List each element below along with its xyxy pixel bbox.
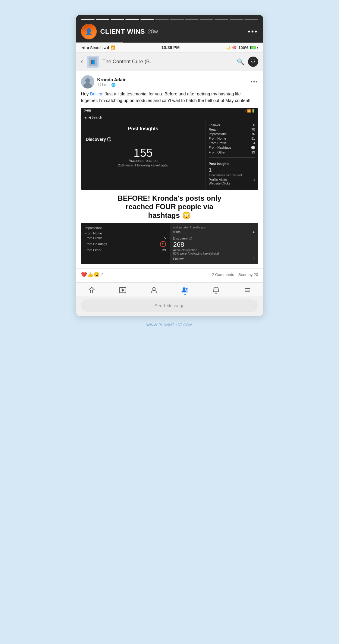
profile-visits-row: Profile Visits 1 <box>209 178 255 181</box>
from-hashtags-value: ⚪ <box>251 146 255 150</box>
outer-frame: 👤 CLIENT WINS 28w ••• ◀ ◀ Search <box>67 6 272 339</box>
nav-profile-button[interactable] <box>150 286 158 294</box>
from-other-value: 19 <box>251 150 255 154</box>
progress-bar-3 <box>111 19 124 20</box>
message-input-row: Send Message <box>76 296 263 316</box>
svg-point-7 <box>152 287 155 290</box>
story-header: 👤 CLIENT WINS 28w ••• <box>76 15 263 42</box>
comp-follows-value: 0 <box>253 257 254 261</box>
mini-status-bar: 7:55 ▪ 📶 🔋 <box>81 108 258 114</box>
seen-text: Seen by 20 <box>238 272 258 277</box>
nav-active-indicator <box>184 294 186 295</box>
story-user-row: 👤 CLIENT WINS 28w ••• <box>81 24 258 39</box>
insight-row-impressions: Impressions 76 <box>209 132 255 136</box>
comparison-screenshots: Impressions From Home From Profile 5 Fro… <box>81 223 258 264</box>
status-time: 10:36 PM <box>161 45 180 50</box>
post-text: Hey Dellea! Just a little testimonial fo… <box>81 91 258 104</box>
status-right: 🌙 🎯 100% ⚡ <box>226 45 257 50</box>
progress-bar-11 <box>230 19 243 20</box>
app-nav-bar: ‹ 📘 The Content Cure (B... 🔍 🛡 <box>76 53 263 71</box>
insights-right: Follows 0 Reach 70 Impressions 76 <box>206 121 258 190</box>
comp-hashtags-label: From Hashtags <box>85 242 107 246</box>
website-clicks-row: Website Clicks <box>209 181 255 185</box>
nav-bell-button[interactable] <box>212 286 220 294</box>
progress-bar-2 <box>96 19 109 20</box>
comp-reached-label: Accounts reached <box>173 249 255 252</box>
following-text: 25% weren't following karveldigital <box>86 163 201 167</box>
progress-bar-6 <box>155 19 169 20</box>
reactions-row: ❤️ 👍 😮 7 2 Comments Seen by 20 <box>81 272 258 277</box>
from-hashtags-label: From Hashtags <box>209 146 231 149</box>
progress-bar-8 <box>185 19 199 20</box>
comp-row-hashtags: From Hashtags 4 <box>85 240 166 248</box>
story-menu-button[interactable]: ••• <box>248 27 258 36</box>
post-container: Kronda Adair 11 hrs · 🌐 ••• Hey Dellea! … <box>76 71 263 268</box>
progress-bar-9 <box>200 19 213 20</box>
accounts-reached-text: Accounts reached <box>86 159 201 163</box>
story-username-block: CLIENT WINS 28w <box>100 28 158 36</box>
post-avatar-image <box>81 75 94 88</box>
follows-label: Follows <box>209 123 220 127</box>
nav-back-button[interactable]: ‹ <box>81 58 83 66</box>
svg-marker-6 <box>122 289 124 292</box>
svg-text:📘: 📘 <box>90 60 96 65</box>
mini-search-label: ◀ Search <box>88 116 102 119</box>
story-username: CLIENT WINS <box>100 28 145 36</box>
from-profile-value: 4 <box>253 141 255 145</box>
phone-card: 👤 CLIENT WINS 28w ••• ◀ ◀ Search <box>76 15 263 316</box>
before-after-section: BEFORE! Kronda's posts only reached FOUR… <box>81 190 258 264</box>
insight-row-reach: Reach 70 <box>209 128 255 131</box>
follows-value: 0 <box>253 123 255 127</box>
status-left: ◀ ◀ Search 📶 <box>82 45 115 50</box>
actions-number: 1 <box>209 167 255 173</box>
search-label[interactable]: ◀ Search <box>86 45 103 50</box>
reach-value: 70 <box>251 128 255 131</box>
mini-search-nav: ◀ ◀ Search <box>81 114 258 121</box>
story-time: 28w <box>148 29 158 35</box>
comp-visits-row: visits 4 <box>173 230 255 234</box>
post-avatar[interactable] <box>81 75 94 88</box>
post-author-left: Kronda Adair 11 hrs · 🌐 <box>81 75 126 88</box>
shield-icon[interactable]: 🛡 <box>248 57 258 67</box>
nav-home-button[interactable] <box>88 286 96 294</box>
svg-point-8 <box>183 288 185 290</box>
comments-text[interactable]: 2 Comments <box>212 272 234 277</box>
impressions-value: 76 <box>251 132 255 136</box>
post-options-button[interactable]: ••• <box>251 79 258 85</box>
progress-bar-7 <box>170 19 184 20</box>
avatar-image: 👤 <box>82 24 96 39</box>
comp-following-text: 80% weren't following karveldigital <box>173 252 255 255</box>
impressions-label: Impressions <box>209 132 227 136</box>
comp-other-value: 39 <box>162 248 166 252</box>
comp-row-profile: From Profile 5 <box>85 236 166 240</box>
accounts-number: 155 <box>86 147 201 159</box>
back-arrow-icon: ◀ <box>82 45 84 50</box>
insight-row-follows: Follows 0 <box>209 123 255 127</box>
comp-profile-label: From Profile <box>85 236 103 240</box>
comp-visits-label: visits <box>173 230 180 234</box>
insight-row-profile: From Profile 4 <box>209 141 255 145</box>
search-icon[interactable]: 🔍 <box>237 58 244 65</box>
progress-bar-5 <box>140 19 154 20</box>
comp-profile-value: 5 <box>164 236 166 240</box>
from-other-label: From Other <box>209 150 226 154</box>
phone-content: ◀ ◀ Search 📶 10:36 PM 🌙 🎯 100% <box>76 43 263 316</box>
progress-bar-4 <box>125 19 139 20</box>
post-footer: ❤️ 👍 😮 7 2 Comments Seen by 20 <box>76 268 263 282</box>
mini-insights-title: Post Insights <box>209 162 255 166</box>
insight-row-home: From Home 51 <box>209 137 255 140</box>
post-author-name[interactable]: Kronda Adair <box>97 77 126 82</box>
mini-icons: ▪ 📶 🔋 <box>245 109 255 113</box>
impressions-section-label: Impressions <box>85 226 166 230</box>
nav-menu-button[interactable] <box>243 286 251 294</box>
svg-point-3 <box>85 78 90 83</box>
svg-point-9 <box>186 288 188 290</box>
nav-group-button[interactable] <box>181 286 189 294</box>
avatar[interactable]: 👤 <box>81 24 97 39</box>
nav-video-button[interactable] <box>119 286 127 294</box>
post-globe-icon: · 🌐 <box>109 83 116 87</box>
message-input[interactable]: Send Message <box>81 299 258 312</box>
post-mention[interactable]: Dellea <box>90 91 102 96</box>
battery-icon: ⚡ <box>250 46 257 49</box>
post-time-row: 11 hrs · 🌐 <box>97 83 126 87</box>
